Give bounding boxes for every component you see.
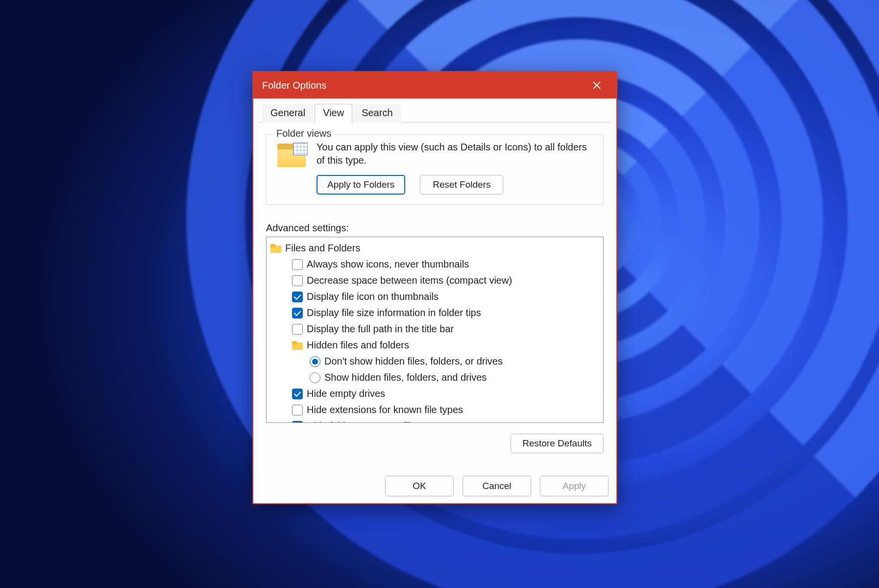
tree-item-full-path[interactable]: Display the full path in the title bar	[269, 321, 601, 337]
tree-label: Files and Folders	[285, 242, 360, 255]
checkbox-size-in-tips[interactable]	[292, 308, 303, 318]
radio-hidden-show[interactable]	[310, 372, 320, 383]
tree-label: Always show icons, never thumbnails	[307, 258, 469, 271]
dialog-title: Folder Options	[262, 80, 586, 91]
folder-views-legend: Folder views	[273, 128, 334, 139]
tree-label: Hide folder merge conflicts	[307, 419, 423, 423]
folder-views-description: You can apply this view (such as Details…	[317, 141, 594, 167]
checkbox-icon-on-thumbs[interactable]	[292, 292, 303, 302]
checkbox-always-icons[interactable]	[292, 259, 303, 270]
tree-group-files-folders: Files and Folders	[269, 240, 601, 256]
tree-label: Don't show hidden files, folders, or dri…	[324, 355, 503, 368]
tree-item-hidden-dont-show[interactable]: Don't show hidden files, folders, or dri…	[269, 353, 601, 369]
tab-general[interactable]: General	[262, 104, 314, 122]
folder-icon	[270, 244, 281, 253]
restore-defaults-button[interactable]: Restore Defaults	[511, 434, 604, 453]
tree-label: Display the full path in the title bar	[307, 322, 454, 336]
tree-item-hide-ext[interactable]: Hide extensions for known file types	[269, 402, 601, 418]
tree-item-size-in-tips[interactable]: Display file size information in folder …	[269, 305, 601, 321]
tree-label: Display file icon on thumbnails	[307, 290, 439, 303]
tree-group-hidden: Hidden files and folders	[269, 337, 601, 353]
cancel-button[interactable]: Cancel	[463, 476, 531, 496]
close-icon	[592, 81, 601, 90]
tree-item-icon-on-thumbs[interactable]: Display file icon on thumbnails	[269, 289, 601, 305]
apply-to-folders-button[interactable]: Apply to Folders	[317, 175, 405, 195]
checkbox-hide-ext[interactable]	[292, 405, 303, 416]
tree-label: Hidden files and folders	[307, 339, 409, 352]
tree-label: Decrease space between items (compact vi…	[307, 274, 512, 287]
tree-item-hidden-show[interactable]: Show hidden files, folders, and drives	[269, 369, 601, 386]
advanced-settings-tree[interactable]: Files and Folders Always show icons, nev…	[266, 237, 604, 423]
tree-item-compact-view[interactable]: Decrease space between items (compact vi…	[269, 272, 601, 289]
apply-button[interactable]: Apply	[540, 476, 609, 496]
tree-label: Show hidden files, folders, and drives	[324, 371, 487, 384]
tree-label: Hide empty drives	[307, 387, 385, 400]
close-button[interactable]	[586, 75, 608, 95]
titlebar[interactable]: Folder Options	[253, 72, 616, 98]
tree-item-hide-empty[interactable]: Hide empty drives	[269, 386, 601, 402]
checkbox-hide-empty[interactable]	[292, 389, 303, 399]
folder-icon	[292, 341, 303, 350]
tab-strip: General View Search	[259, 98, 610, 122]
tree-label: Display file size information in folder …	[307, 306, 481, 319]
checkbox-full-path[interactable]	[292, 324, 303, 335]
radio-hidden-dont-show[interactable]	[310, 356, 320, 367]
checkbox-compact-view[interactable]	[292, 275, 303, 286]
tab-view[interactable]: View	[315, 104, 352, 122]
checkbox-hide-merge[interactable]	[292, 421, 303, 423]
folder-options-dialog: Folder Options General View Search Folde…	[252, 71, 617, 504]
advanced-settings-label: Advanced settings:	[266, 222, 604, 234]
reset-folders-button[interactable]: Reset Folders	[420, 175, 503, 195]
ok-button[interactable]: OK	[385, 476, 454, 496]
folder-views-icon	[277, 144, 306, 167]
tree-label: Hide extensions for known file types	[307, 403, 463, 416]
tree-item-always-icons[interactable]: Always show icons, never thumbnails	[269, 256, 601, 272]
tree-item-hide-merge[interactable]: Hide folder merge conflicts	[269, 418, 601, 423]
tab-search[interactable]: Search	[353, 104, 401, 122]
folder-views-group: Folder views You can apply this view (su…	[266, 134, 604, 205]
dialog-footer: OK Cancel Apply	[261, 476, 609, 496]
